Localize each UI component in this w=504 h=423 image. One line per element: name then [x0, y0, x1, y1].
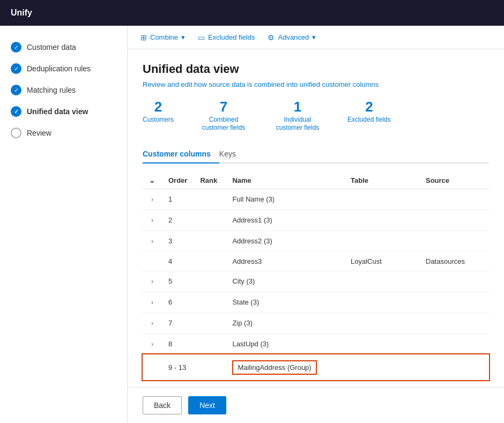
- sidebar-item-matching-rules[interactable]: ✓Matching rules: [0, 79, 127, 101]
- row-source-cell: [419, 231, 489, 251]
- sidebar-item-unified-data-view[interactable]: ✓Unified data view: [0, 101, 127, 122]
- page-subtitle: Review and edit how source data is combi…: [143, 80, 489, 88]
- row-table-cell: [344, 333, 419, 354]
- dropdown-arrow-icon: ▾: [181, 33, 185, 41]
- row-source-cell: [419, 333, 489, 354]
- stat-label-0: Customers: [143, 116, 174, 124]
- excluded-fields-toolbar-icon: ▭: [198, 33, 205, 42]
- stat-number-2: 1: [294, 99, 301, 115]
- table-row: ›6State (3): [143, 292, 489, 313]
- row-order-cell: 8: [162, 333, 194, 354]
- row-order-cell: 5: [162, 271, 194, 292]
- stat-item-0: 2Customers: [143, 99, 174, 132]
- row-chevron-cell: ›: [143, 210, 162, 231]
- row-name-cell: LastUpd (3): [226, 333, 344, 354]
- expand-chevron-icon[interactable]: ›: [149, 339, 155, 349]
- row-table-cell: LoyalCust: [344, 251, 419, 271]
- stat-label-2: Individual customer fields: [273, 116, 322, 132]
- table-row: ›5City (3): [143, 271, 489, 292]
- stat-item-2: 1Individual customer fields: [273, 99, 322, 132]
- advanced-toolbar-icon: ⚙: [268, 33, 275, 42]
- advanced-toolbar-label: Advanced: [278, 33, 309, 41]
- row-order-cell: 9 - 13: [162, 354, 194, 380]
- sub-toolbar: ⊞Combine ▾▭Excluded fields⚙Advanced ▾: [128, 26, 504, 49]
- tab-customer-columns[interactable]: Customer columns: [143, 145, 219, 164]
- row-table-cell: [344, 189, 419, 210]
- stat-number-0: 2: [154, 99, 162, 115]
- check-circle-icon: ✓: [11, 106, 21, 117]
- row-name-cell: Address2 (3): [226, 231, 344, 251]
- col-header-source: Source: [419, 172, 489, 189]
- page-content: Unified data view Review and edit how so…: [128, 49, 504, 387]
- table-row: ›8LastUpd (3): [143, 333, 489, 354]
- row-chevron-cell: ›: [143, 189, 162, 210]
- row-table-cell: [344, 210, 419, 231]
- highlighted-name: MailingAddress (Group): [232, 360, 316, 375]
- table-row: ›1Full Name (3): [143, 189, 489, 210]
- row-chevron-cell: ›: [143, 231, 162, 251]
- top-bar: Unify: [0, 0, 504, 26]
- expand-chevron-icon[interactable]: ›: [149, 318, 155, 328]
- col-header-rank: Rank: [194, 172, 226, 189]
- toolbar-item-excluded-fields[interactable]: ▭Excluded fields: [198, 33, 255, 42]
- sidebar-label: Matching rules: [27, 86, 76, 94]
- toolbar-item-combine[interactable]: ⊞Combine ▾: [140, 33, 185, 42]
- row-table-cell: [344, 313, 419, 333]
- table-row: ›2Address1 (3): [143, 210, 489, 231]
- sidebar-item-customer-data[interactable]: ✓Customer data: [0, 36, 127, 58]
- row-rank-cell: [194, 189, 226, 210]
- col-header-name: Name: [226, 172, 344, 189]
- data-table: ⌄ Order Rank Name Table Source ›1Full Na…: [143, 172, 489, 381]
- combine-toolbar-label: Combine: [150, 33, 178, 41]
- expand-chevron-icon[interactable]: ›: [149, 236, 155, 246]
- table-row: ›7Zip (3): [143, 313, 489, 333]
- table-row: 9 - 13MailingAddress (Group): [143, 354, 489, 380]
- back-button[interactable]: Back: [143, 396, 182, 414]
- expand-chevron-icon[interactable]: ›: [149, 298, 155, 307]
- combine-toolbar-icon: ⊞: [140, 33, 147, 42]
- row-chevron-cell: [143, 251, 162, 271]
- sidebar-item-deduplication-rules[interactable]: ✓Deduplication rules: [0, 58, 127, 79]
- row-source-cell: [419, 313, 489, 333]
- row-rank-cell: [194, 210, 226, 231]
- dropdown-arrow-icon: ▾: [312, 33, 316, 41]
- row-chevron-cell: ›: [143, 292, 162, 313]
- sidebar-label: Deduplication rules: [27, 64, 91, 73]
- sidebar-label: Unified data view: [27, 107, 88, 116]
- row-chevron-cell: ›: [143, 313, 162, 333]
- toolbar-item-advanced[interactable]: ⚙Advanced ▾: [268, 33, 316, 42]
- sidebar-item-review[interactable]: Review: [0, 122, 127, 144]
- row-source-cell: [419, 354, 489, 380]
- sidebar: ✓Customer data✓Deduplication rules✓Match…: [0, 26, 128, 423]
- row-order-cell: 3: [162, 231, 194, 251]
- row-rank-cell: [194, 231, 226, 251]
- table-row: 4Address3LoyalCustDatasources: [143, 251, 489, 271]
- row-name-cell: MailingAddress (Group): [226, 354, 344, 380]
- row-name-cell: Zip (3): [226, 313, 344, 333]
- row-source-cell: [419, 189, 489, 210]
- stat-item-1: 7Combined customer fields: [199, 99, 248, 132]
- row-chevron-cell: ›: [143, 333, 162, 354]
- expand-chevron-icon[interactable]: ›: [149, 216, 155, 225]
- row-chevron-cell: ›: [143, 271, 162, 292]
- row-name-cell: Address3: [226, 251, 344, 271]
- stat-label-3: Excluded fields: [347, 116, 391, 124]
- check-circle-icon: ✓: [11, 63, 21, 74]
- expand-chevron-icon[interactable]: ›: [149, 277, 155, 286]
- check-circle-icon: ✓: [11, 85, 21, 95]
- row-order-cell: 1: [162, 189, 194, 210]
- row-rank-cell: [194, 313, 226, 333]
- footer: Back Next: [128, 387, 504, 423]
- table-row: ›3Address2 (3): [143, 231, 489, 251]
- tab-keys[interactable]: Keys: [219, 145, 244, 164]
- check-circle-icon: ✓: [11, 42, 21, 53]
- excluded-fields-toolbar-label: Excluded fields: [208, 33, 255, 41]
- row-name-cell: Address1 (3): [226, 210, 344, 231]
- row-source-cell: Datasources: [419, 251, 489, 271]
- row-rank-cell: [194, 292, 226, 313]
- expand-chevron-icon[interactable]: ›: [149, 195, 155, 204]
- row-table-cell: [344, 271, 419, 292]
- row-order-cell: 6: [162, 292, 194, 313]
- row-rank-cell: [194, 251, 226, 271]
- next-button[interactable]: Next: [188, 396, 226, 414]
